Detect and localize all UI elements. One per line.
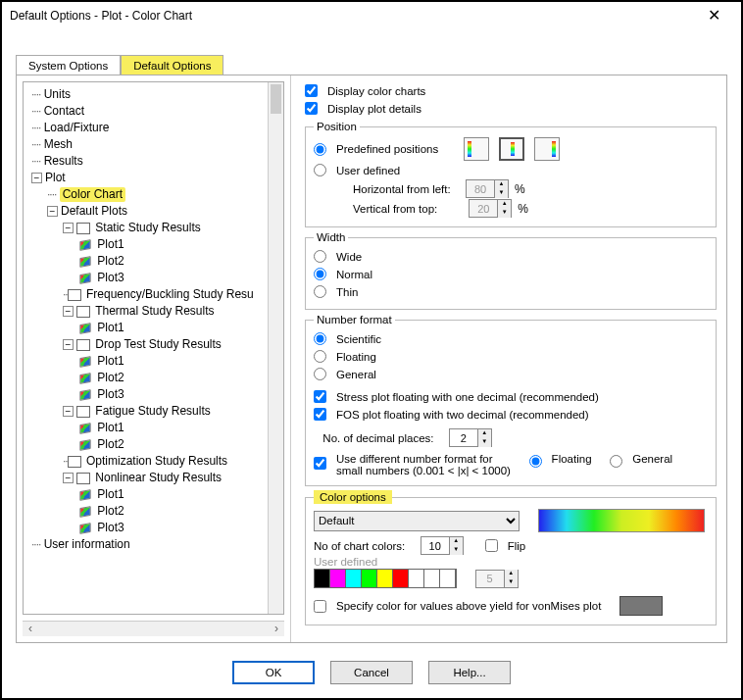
spin-up-icon[interactable]: ▲ bbox=[504, 570, 518, 578]
tree-item-plot[interactable]: Plot1 bbox=[78, 486, 281, 503]
radio-small-floating[interactable] bbox=[529, 455, 542, 468]
plot-icon bbox=[79, 439, 90, 451]
collapse-icon[interactable]: − bbox=[63, 339, 74, 350]
tree-item-nonlinear-study[interactable]: − Nonlinear Study Results Plot1 Plot2 Pl… bbox=[63, 470, 281, 536]
select-color-scheme[interactable]: Default bbox=[314, 511, 520, 531]
position-preset-right[interactable] bbox=[534, 137, 560, 161]
help-button[interactable]: Help... bbox=[428, 661, 511, 684]
color-swatch[interactable] bbox=[330, 570, 346, 587]
radio-small-general[interactable] bbox=[610, 455, 622, 468]
label-decimal-places: No. of decimal places: bbox=[322, 432, 433, 444]
tree-item-fatigue-study[interactable]: − Fatigue Study Results Plot1 Plot2 bbox=[63, 403, 281, 453]
checkbox-flip[interactable] bbox=[485, 539, 498, 552]
tab-default-options[interactable]: Default Options bbox=[121, 55, 223, 75]
tree-item-plot[interactable]: Plot3 bbox=[78, 386, 281, 403]
radio-floating[interactable] bbox=[314, 350, 326, 363]
collapse-icon[interactable]: − bbox=[63, 223, 74, 233]
tree-item-plot[interactable]: Plot1 bbox=[78, 320, 281, 336]
color-swatch[interactable] bbox=[393, 570, 409, 587]
yield-color-swatch[interactable] bbox=[619, 596, 663, 616]
color-swatch[interactable] bbox=[424, 570, 440, 587]
spinner-horizontal-left[interactable]: ▲▼ bbox=[466, 179, 509, 198]
tree-item-plot[interactable]: Plot2 bbox=[78, 253, 281, 270]
spin-down-icon[interactable]: ▼ bbox=[497, 209, 511, 218]
label-thin: Thin bbox=[336, 286, 358, 298]
plot-icon bbox=[79, 423, 90, 434]
tree-item-plot[interactable]: Plot2 bbox=[78, 503, 281, 520]
label-user-defined-colors: User defined bbox=[314, 556, 377, 568]
tree-item-results[interactable]: ···· Results bbox=[31, 153, 281, 170]
checkbox-specify-yield-color[interactable] bbox=[314, 600, 326, 613]
tree-item-load-fixture[interactable]: ···· Load/Fixture bbox=[31, 120, 281, 136]
color-swatch[interactable] bbox=[346, 570, 362, 587]
radio-wide[interactable] bbox=[314, 250, 326, 263]
tab-system-options[interactable]: System Options bbox=[16, 55, 121, 75]
tree-item-opt-study[interactable]: ·· Optimization Study Results bbox=[63, 453, 281, 470]
tree-item-default-plots[interactable]: −Default Plots − Static Study Results Pl… bbox=[47, 203, 281, 536]
tree-item-plot[interactable]: Plot2 bbox=[78, 436, 281, 453]
ok-button[interactable]: OK bbox=[232, 661, 315, 684]
spinner-user-color-count[interactable]: ▲▼ bbox=[475, 570, 519, 588]
spinner-num-chart-colors[interactable]: ▲▼ bbox=[421, 536, 464, 555]
tree-item-plot[interactable]: Plot3 bbox=[78, 270, 281, 286]
radio-scientific[interactable] bbox=[314, 332, 326, 345]
color-spectrum-preview bbox=[538, 509, 705, 532]
color-swatch[interactable] bbox=[440, 570, 456, 587]
scroll-left-icon[interactable]: ‹ bbox=[23, 622, 38, 637]
close-icon[interactable]: ✕ bbox=[694, 6, 733, 25]
spin-up-icon[interactable]: ▲ bbox=[494, 180, 508, 189]
label-predefined-positions: Predefined positions bbox=[336, 143, 438, 155]
legend-width: Width bbox=[314, 231, 348, 243]
tree-item-plot[interactable]: Plot3 bbox=[78, 520, 281, 536]
collapse-icon[interactable]: − bbox=[31, 173, 42, 183]
checkbox-display-color-charts[interactable] bbox=[305, 84, 318, 97]
checkbox-fos-plot-decimal[interactable] bbox=[314, 408, 326, 421]
user-color-swatches[interactable] bbox=[314, 569, 457, 588]
tree-item-mesh[interactable]: ···· Mesh bbox=[31, 136, 281, 153]
collapse-icon[interactable]: − bbox=[63, 406, 74, 417]
tree-item-plot[interactable]: Plot2 bbox=[78, 370, 281, 386]
cancel-button[interactable]: Cancel bbox=[330, 661, 413, 684]
checkbox-small-number-format[interactable] bbox=[314, 457, 326, 470]
checkbox-stress-plot-decimal[interactable] bbox=[314, 390, 326, 403]
color-swatch[interactable] bbox=[362, 570, 377, 587]
tree-item-plot[interactable]: Plot1 bbox=[78, 236, 281, 253]
tree-vertical-scrollbar[interactable] bbox=[268, 82, 283, 614]
tree-item-drop-study[interactable]: − Drop Test Study Results Plot1 Plot2 Pl… bbox=[63, 336, 281, 403]
radio-user-defined-position[interactable] bbox=[314, 164, 326, 176]
tree-item-plot[interactable]: −Plot ···· Color Chart −Default Plots − … bbox=[31, 170, 281, 536]
color-swatch[interactable] bbox=[409, 570, 424, 587]
tree-item-plot[interactable]: Plot1 bbox=[78, 420, 281, 436]
spin-down-icon[interactable]: ▼ bbox=[477, 438, 491, 447]
tree-item-plot[interactable]: Plot1 bbox=[78, 353, 281, 370]
radio-general[interactable] bbox=[314, 368, 326, 380]
position-preset-left[interactable] bbox=[464, 137, 489, 161]
collapse-icon[interactable]: − bbox=[63, 306, 74, 317]
tree-item-user-info[interactable]: ···· User information bbox=[31, 536, 281, 553]
radio-predefined-positions[interactable] bbox=[314, 143, 326, 156]
spin-down-icon[interactable]: ▼ bbox=[449, 546, 463, 555]
color-swatch[interactable] bbox=[377, 570, 393, 587]
tree-horizontal-scrollbar[interactable]: ‹ › bbox=[23, 621, 284, 636]
spin-down-icon[interactable]: ▼ bbox=[504, 578, 518, 587]
tree-item-contact[interactable]: ···· Contact bbox=[31, 103, 281, 120]
scroll-right-icon[interactable]: › bbox=[269, 622, 284, 637]
spin-up-icon[interactable]: ▲ bbox=[477, 429, 491, 438]
collapse-icon[interactable]: − bbox=[63, 473, 74, 483]
tree-item-color-chart[interactable]: ···· Color Chart bbox=[47, 186, 281, 203]
collapse-icon[interactable]: − bbox=[47, 206, 58, 217]
checkbox-display-plot-details[interactable] bbox=[305, 102, 318, 115]
tree-item-thermal-study[interactable]: − Thermal Study Results Plot1 bbox=[63, 303, 281, 336]
spin-up-icon[interactable]: ▲ bbox=[497, 200, 511, 209]
spinner-decimal-places[interactable]: ▲▼ bbox=[449, 428, 492, 447]
radio-normal[interactable] bbox=[314, 268, 326, 280]
spin-down-icon[interactable]: ▼ bbox=[494, 189, 508, 198]
spinner-vertical-top[interactable]: ▲▼ bbox=[469, 199, 512, 218]
tree-item-units[interactable]: ···· Units bbox=[31, 86, 281, 103]
tree-item-static-study[interactable]: − Static Study Results Plot1 Plot2 Plot3 bbox=[63, 220, 281, 286]
tree-item-freq-study[interactable]: ·· Frequency/Buckling Study Resu bbox=[63, 286, 281, 303]
radio-thin[interactable] bbox=[314, 285, 326, 298]
spin-up-icon[interactable]: ▲ bbox=[449, 537, 463, 546]
color-swatch[interactable] bbox=[315, 570, 330, 587]
position-preset-center[interactable] bbox=[499, 137, 524, 161]
